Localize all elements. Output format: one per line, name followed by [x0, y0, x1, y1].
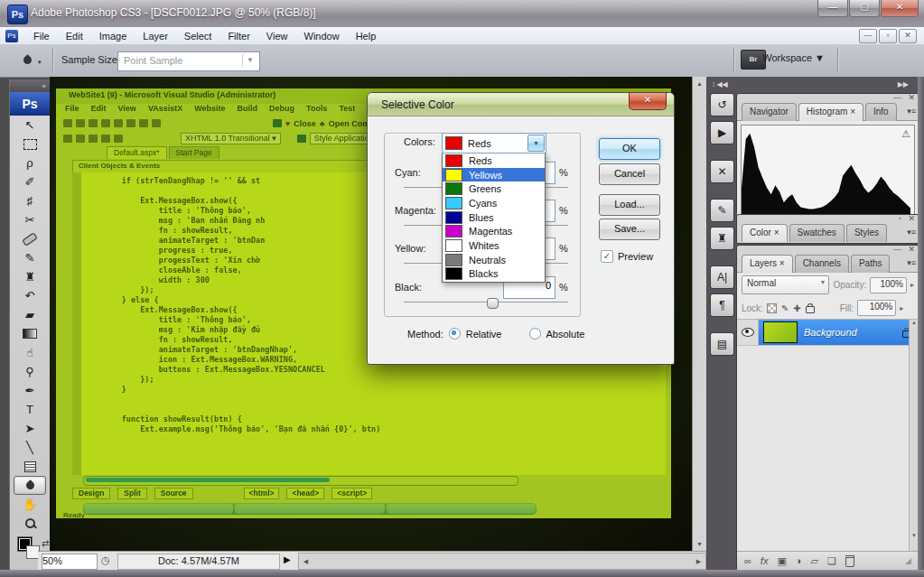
- panel-minimize-icon[interactable]: —: [893, 93, 901, 102]
- color-option-reds[interactable]: Reds: [443, 154, 545, 168]
- panel-tab[interactable]: Channels: [795, 255, 849, 273]
- adjustment-layer-icon[interactable]: ◑: [796, 555, 802, 566]
- blend-mode-select[interactable]: Normal ▼: [742, 275, 829, 294]
- save-button[interactable]: Save...: [599, 219, 660, 240]
- zoom-level-field[interactable]: 50%: [42, 554, 98, 570]
- color-option-magentas[interactable]: Magentas: [443, 224, 545, 238]
- menu-item[interactable]: Filter: [219, 29, 257, 43]
- lock-all-icon[interactable]: [806, 306, 815, 313]
- pen-tool[interactable]: ✒: [14, 381, 46, 400]
- new-layer-icon[interactable]: ❏: [827, 555, 836, 567]
- scroll-up-icon[interactable]: ▲: [694, 78, 705, 89]
- brushes-panel-icon[interactable]: ✎: [710, 199, 734, 222]
- fill-field[interactable]: 100%: [857, 300, 896, 316]
- layer-visibility-toggle[interactable]: [737, 320, 759, 345]
- panel-tab[interactable]: Swatches: [789, 224, 845, 242]
- tool-preset-arrow-icon[interactable]: ▾: [38, 59, 42, 66]
- panel-minimize-icon[interactable]: —: [893, 245, 901, 254]
- path-selection-tool[interactable]: ➤: [14, 419, 46, 438]
- panel-tab[interactable]: Layers ×: [742, 255, 793, 273]
- preview-checkbox[interactable]: ✓ Preview: [601, 250, 653, 263]
- black-slider[interactable]: [404, 302, 568, 302]
- color-option-whites[interactable]: Whites: [443, 238, 545, 253]
- slice-tool[interactable]: ✂: [14, 210, 46, 229]
- panel-tab[interactable]: Color ×: [742, 224, 788, 242]
- link-layers-icon[interactable]: ∞: [744, 555, 751, 566]
- new-group-icon[interactable]: ▱: [810, 555, 817, 567]
- sample-size-dropdown[interactable]: Point Sample ▼: [117, 51, 260, 71]
- lock-transparency-icon[interactable]: [767, 303, 777, 313]
- colors-dropdown[interactable]: Reds ▼: [442, 133, 546, 154]
- collapse-dock-icon[interactable]: ⁞ ◀◀: [713, 80, 728, 88]
- scroll-right-icon[interactable]: ▶: [693, 555, 705, 567]
- color-option-neutrals[interactable]: Neutrals: [443, 253, 545, 267]
- panel-close-icon[interactable]: ✕: [908, 214, 915, 223]
- scroll-left-icon[interactable]: ◀: [300, 555, 312, 567]
- layer-name[interactable]: Background: [804, 327, 896, 338]
- color-option-blues[interactable]: Blues: [443, 210, 545, 225]
- eraser-tool[interactable]: ▰: [14, 305, 46, 324]
- rectangular-marquee-tool[interactable]: [14, 135, 46, 154]
- dropdown-arrow-icon[interactable]: ▼: [527, 135, 545, 152]
- line-tool[interactable]: ╲: [14, 438, 46, 457]
- status-flyout-arrow[interactable]: ▶: [284, 554, 291, 564]
- panel-tab[interactable]: Histogram ×: [798, 103, 863, 121]
- color-option-greens[interactable]: Greens: [443, 181, 545, 196]
- panel-tab[interactable]: Styles: [846, 224, 887, 242]
- doc-window-button[interactable]: ✕: [899, 29, 917, 43]
- canvas-horizontal-scrollbar[interactable]: ◀ ▶: [298, 553, 706, 570]
- panel-close-icon[interactable]: ✕: [908, 245, 915, 254]
- maximize-button[interactable]: ▢: [849, 0, 880, 17]
- panel-tab[interactable]: Navigator: [742, 103, 797, 121]
- character-panel-icon[interactable]: A|: [710, 265, 734, 289]
- menu-item[interactable]: Window: [296, 29, 348, 43]
- resize-grip-icon[interactable]: ◢: [905, 556, 911, 565]
- move-tool[interactable]: ↖: [14, 116, 46, 135]
- dodge-tool[interactable]: ⚲: [14, 362, 46, 381]
- layer-comps-panel-icon[interactable]: ▤: [710, 332, 734, 356]
- panel-tab[interactable]: Paths: [851, 255, 891, 273]
- swap-colors-icon[interactable]: ⇄: [42, 538, 49, 548]
- doc-window-button[interactable]: —: [859, 29, 877, 43]
- doc-window-button[interactable]: ▫: [879, 29, 897, 43]
- layer-mask-icon[interactable]: ▣: [777, 555, 786, 567]
- close-button[interactable]: ✕: [881, 0, 919, 17]
- panel-menu-icon[interactable]: ▾≡: [907, 258, 916, 267]
- relative-radio[interactable]: [449, 328, 461, 340]
- clone-source-panel-icon[interactable]: ♜: [710, 227, 734, 250]
- panel-restore-icon[interactable]: ▫: [899, 214, 901, 223]
- zoom-tool[interactable]: [14, 514, 46, 533]
- healing-brush-tool[interactable]: [14, 229, 46, 248]
- panel-menu-icon[interactable]: ▾≡: [907, 228, 916, 237]
- brush-tool[interactable]: ✎: [14, 248, 46, 267]
- menu-item[interactable]: File: [25, 29, 58, 43]
- quick-selection-tool[interactable]: ✐: [14, 172, 46, 191]
- lock-paint-icon[interactable]: ✎: [781, 303, 789, 313]
- eyedropper-tool[interactable]: [14, 476, 46, 495]
- smudge-tool[interactable]: ☝: [14, 343, 46, 362]
- color-option-yellows[interactable]: Yellows: [443, 168, 545, 182]
- tool-presets-panel-icon[interactable]: ✕: [710, 160, 734, 183]
- delete-layer-icon[interactable]: [845, 555, 854, 567]
- opacity-spinner-icon[interactable]: ▸: [910, 281, 914, 289]
- histogram-warning-icon[interactable]: ⚠: [901, 128, 910, 140]
- absolute-radio[interactable]: [529, 328, 541, 340]
- menu-item[interactable]: View: [258, 29, 296, 43]
- workspace-menu[interactable]: Workspace ▼: [762, 52, 825, 63]
- paragraph-panel-icon[interactable]: ¶: [710, 293, 734, 317]
- lock-position-icon[interactable]: ✚: [793, 303, 800, 313]
- layer-thumbnail[interactable]: [763, 321, 798, 343]
- toolbox-collapse-arrows-icon[interactable]: »: [10, 80, 50, 92]
- actions-panel-icon[interactable]: ▶: [710, 121, 734, 144]
- layer-style-icon[interactable]: fx: [761, 555, 769, 566]
- crop-tool[interactable]: ♯: [14, 191, 46, 210]
- history-brush-tool[interactable]: ↶: [14, 286, 46, 305]
- menu-item[interactable]: Help: [348, 29, 385, 43]
- opacity-field[interactable]: 100%: [870, 277, 907, 293]
- ok-button[interactable]: OK: [599, 138, 660, 160]
- dialog-close-button[interactable]: ✕: [629, 93, 667, 110]
- type-tool[interactable]: T: [14, 400, 46, 419]
- menu-item[interactable]: Image: [91, 29, 135, 43]
- menu-item[interactable]: Select: [176, 29, 220, 43]
- clone-stamp-tool[interactable]: ♜: [14, 267, 46, 286]
